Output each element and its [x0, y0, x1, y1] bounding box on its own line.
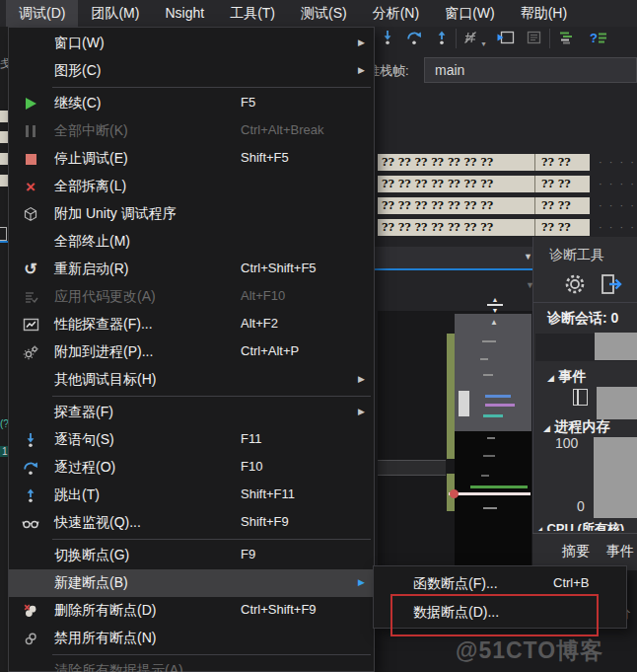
- settings-button[interactable]: [563, 272, 587, 300]
- menubar-item-test[interactable]: 测试(S): [288, 0, 360, 27]
- export-icon: [599, 272, 624, 296]
- code-minimap-panel: ▲: [455, 314, 531, 431]
- menubar-item-window[interactable]: 窗口(W): [432, 0, 508, 27]
- menu-item-step-out[interactable]: 跳出(T) Shift+F11: [9, 482, 374, 509]
- cpu-section-header[interactable]: ◢ CPU (所有核): [535, 519, 637, 531]
- menu-separator: [52, 654, 371, 655]
- submenu-arrow-icon: ▶: [358, 408, 365, 416]
- menu-item-label: 继续(C): [54, 95, 101, 112]
- menu-item-new-breakpoint[interactable]: 新建断点(B) ▶: [9, 569, 374, 597]
- menu-item-delete-all-breakpoints[interactable]: 删除所有断点(D) Ctrl+Shift+F9: [9, 597, 374, 625]
- menubar-item-help[interactable]: 帮助(H): [508, 0, 580, 27]
- unity-cube-icon: [20, 204, 41, 224]
- memory-row[interactable]: ?? ?? ?? ?? ?? ?? ???? ?? · · · · ·: [378, 176, 637, 192]
- section-expanded-icon: ◢: [547, 373, 554, 383]
- menu-item-attach-unity[interactable]: 附加 Unity 调试程序: [9, 200, 374, 228]
- menu-item-detach-all[interactable]: × 全部拆离(L): [9, 173, 374, 200]
- timeline-block: [595, 333, 637, 360]
- step-out-button[interactable]: [434, 30, 450, 49]
- svg-text:?: ?: [590, 31, 598, 45]
- menu-item-label: 数据断点(D)...: [413, 604, 499, 622]
- pause-icon: [20, 121, 41, 141]
- menu-item-label: 逐语句(S): [54, 431, 114, 449]
- menu-item-label: 新建断点(B): [54, 574, 128, 592]
- stack-frame-value: main: [435, 62, 464, 78]
- scroll-up-icon[interactable]: ▲: [490, 318, 498, 327]
- step-into-icon: [380, 30, 395, 45]
- menu-item-label: 探查器(F): [54, 404, 113, 421]
- divider: [533, 302, 637, 303]
- restart-icon: ↺: [20, 260, 41, 279]
- breakpoints-window-button[interactable]: ?: [590, 31, 607, 49]
- menu-item-label: 停止调试(E): [54, 150, 128, 168]
- menu-item-data-breakpoint[interactable]: 数据断点(D)...: [374, 598, 626, 627]
- menu-item-stop-debugging[interactable]: 停止调试(E) Shift+F5: [9, 145, 374, 173]
- memory-row-fragment: [0, 131, 8, 143]
- menu-item-toggle-breakpoint[interactable]: 切换断点(G) F9: [9, 542, 374, 569]
- menu-item-disable-all-breakpoints[interactable]: 禁用所有断点(N): [9, 625, 374, 652]
- menu-item-label: 窗口(W): [54, 35, 105, 52]
- memory-row-fragment: [0, 111, 8, 122]
- memory-ascii: · · · · ·: [599, 221, 637, 233]
- menu-item-step-into[interactable]: 逐语句(S) F11: [9, 426, 374, 454]
- memory-row[interactable]: ?? ?? ?? ?? ?? ?? ???? ?? · · · · ·: [378, 154, 637, 171]
- hex-dropdown-icon[interactable]: ▼: [480, 40, 487, 47]
- parallel-stacks-button[interactable]: [525, 31, 543, 49]
- menu-item-function-breakpoint[interactable]: 函数断点(F)... Ctrl+B: [374, 569, 626, 598]
- menu-item-label: 重新启动(R): [54, 261, 128, 278]
- code-line-fragment: [485, 395, 511, 398]
- menubar-item-team[interactable]: 团队(M): [78, 0, 152, 27]
- menu-item-continue[interactable]: 继续(C) F5: [9, 90, 374, 117]
- memory-row[interactable]: ?? ?? ?? ?? ?? ?? ???? ?? · · · · ·: [378, 219, 637, 236]
- tab-summary[interactable]: 摘要: [562, 543, 590, 560]
- menu-item-quick-watch[interactable]: 快速监视(Q)... Shift+F9: [9, 509, 374, 537]
- process-memory-section-header[interactable]: ◢ 进程内存: [543, 417, 609, 436]
- events-graph: [597, 387, 637, 419]
- export-button[interactable]: [599, 272, 624, 300]
- section-expanded-icon: ◢: [535, 525, 542, 531]
- menu-item-break-all[interactable]: 全部中断(K) Ctrl+Alt+Break: [9, 117, 374, 145]
- address-combobox[interactable]: ▼: [375, 247, 540, 268]
- show-next-statement-icon: [496, 31, 515, 45]
- combo-dropdown-icon[interactable]: ▼: [524, 252, 532, 261]
- menu-item-clear-all-datatips[interactable]: 清除所有数据提示(A): [9, 657, 374, 672]
- session-label: 诊断会话: 0: [547, 310, 618, 328]
- menu-item-label: 附加到进程(P)...: [54, 343, 153, 361]
- stack-frame-combobox[interactable]: main: [424, 57, 637, 83]
- splitter-handle[interactable]: ▲ ▼: [485, 297, 505, 313]
- window-corner-fragment: [378, 460, 446, 476]
- memory-bytes: ?? ?? ?? ?? ?? ?? ???? ??: [378, 219, 590, 236]
- menubar-item-tools[interactable]: 工具(T): [217, 0, 288, 27]
- menu-item-window[interactable]: 窗口(W) ▶: [9, 30, 374, 57]
- menu-item-shortcut: Ctrl+Shift+F5: [241, 261, 317, 275]
- threads-window-button[interactable]: [558, 31, 575, 48]
- memory-row[interactable]: ?? ?? ?? ?? ?? ?? ???? ?? · · · · ·: [378, 197, 637, 214]
- menu-item-graphics[interactable]: 图形(C) ▶: [9, 57, 374, 85]
- panel-title: 诊断工具: [549, 247, 604, 264]
- menubar-item-analyze[interactable]: 分析(N): [360, 0, 432, 27]
- step-over-button[interactable]: [406, 30, 422, 49]
- menu-item-profiler[interactable]: 探查器(F) ▶: [9, 399, 374, 426]
- window-edge-fragment: [0, 227, 7, 241]
- menu-item-step-over[interactable]: 逐过程(O) F10: [9, 454, 374, 482]
- menu-item-terminate-all[interactable]: 全部终止(M): [9, 228, 374, 256]
- menu-item-restart[interactable]: ↺ 重新启动(R) Ctrl+Shift+F5: [9, 256, 374, 283]
- events-section-header[interactable]: ◢ 事件: [547, 367, 586, 386]
- menubar-item-nsight[interactable]: Nsight: [152, 0, 217, 27]
- menu-item-label: 全部拆离(L): [54, 178, 126, 195]
- submenu-arrow-icon: ▶: [358, 578, 365, 587]
- detach-x-icon: ×: [20, 177, 41, 196]
- hex-display-button[interactable]: [462, 30, 478, 49]
- menu-item-performance-profiler[interactable]: 性能探查器(F)... Alt+F2: [9, 311, 374, 338]
- step-out-icon: [434, 30, 450, 45]
- tab-events[interactable]: 事件: [606, 543, 634, 560]
- scrollbar-thumb[interactable]: [459, 391, 469, 416]
- toolbar-separator: [549, 29, 550, 48]
- menubar-item-debug[interactable]: 调试(D): [6, 0, 78, 27]
- menu-item-other-debug-targets[interactable]: 其他调试目标(H) ▶: [9, 366, 374, 394]
- menu-item-apply-code-changes[interactable]: 应用代码更改(A) Alt+F10: [9, 283, 374, 311]
- menu-item-attach-to-process[interactable]: 附加到进程(P)... Ctrl+Alt+P: [9, 338, 374, 366]
- menu-item-shortcut: Alt+F2: [241, 316, 278, 331]
- show-next-statement-button[interactable]: [496, 31, 515, 49]
- step-into-button[interactable]: [380, 30, 395, 49]
